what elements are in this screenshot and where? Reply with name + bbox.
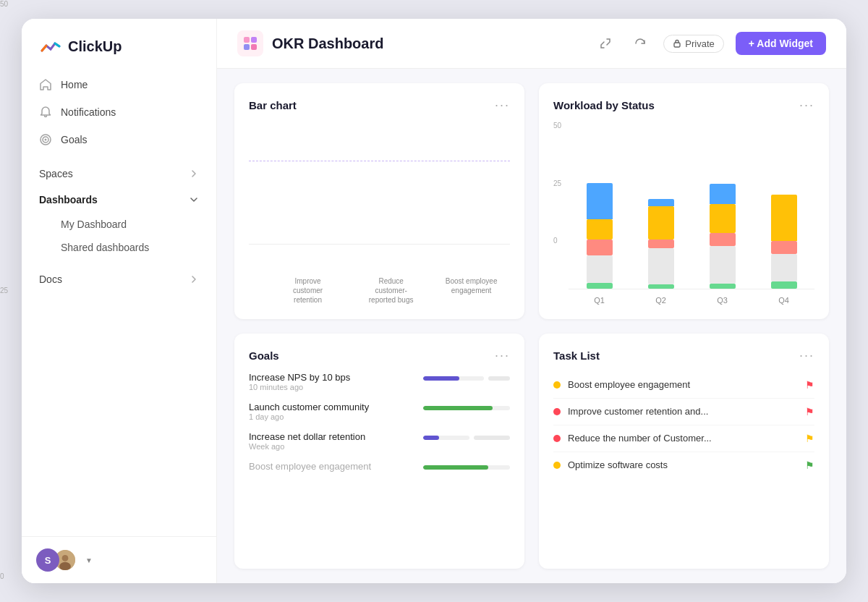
task-dot-4 bbox=[553, 462, 561, 469]
chevron-down-icon bbox=[189, 195, 199, 205]
dashboards-label: Dashboards bbox=[39, 194, 98, 205]
sidebar-item-home-label: Home bbox=[61, 79, 88, 90]
task-list: Boost employee engagement ⚑ Improve cust… bbox=[553, 372, 814, 555]
widget-workload-header: Workload by Status ··· bbox=[553, 98, 814, 113]
goal-bar-fill-4 bbox=[423, 465, 488, 470]
spaces-label: Spaces bbox=[39, 168, 73, 179]
sidebar-item-goals-label: Goals bbox=[61, 134, 88, 145]
page-title: OKR Dashboard bbox=[272, 35, 383, 52]
svg-rect-7 bbox=[251, 37, 257, 43]
add-widget-button[interactable]: + Add Widget bbox=[736, 32, 826, 55]
bar-chart-dashed-line bbox=[249, 161, 510, 161]
workload-title: Workload by Status bbox=[553, 99, 655, 111]
bar-label-3: Boost employeeengagement bbox=[446, 276, 498, 305]
task-list-menu[interactable]: ··· bbox=[799, 348, 814, 363]
goal-name-3: Increase net dollar retention bbox=[249, 431, 365, 442]
goal-name-2: Launch customer community bbox=[249, 402, 369, 412]
sidebar-item-spaces[interactable]: Spaces bbox=[30, 161, 208, 187]
task-name-4: Optimize software costs bbox=[568, 459, 668, 470]
avatar-s: S bbox=[36, 548, 59, 572]
stacked-group-q2 bbox=[645, 199, 677, 289]
sidebar-item-docs[interactable]: Docs bbox=[30, 266, 208, 292]
sidebar: ClickUp Home Notifications bbox=[22, 19, 217, 583]
task-dot-1 bbox=[553, 381, 561, 389]
chevron-right-docs-icon bbox=[189, 274, 199, 284]
task-item-1: Boost employee engagement ⚑ bbox=[553, 372, 814, 399]
sidebar-item-dashboards[interactable]: Dashboards bbox=[30, 187, 208, 213]
task-flag-1: ⚑ bbox=[805, 379, 814, 391]
task-name-1: Boost employee engagement bbox=[568, 379, 690, 390]
chevron-right-icon bbox=[189, 169, 199, 179]
sidebar-item-my-dashboard[interactable]: My Dashboard bbox=[30, 213, 208, 236]
sidebar-item-notifications[interactable]: Notifications bbox=[30, 98, 208, 126]
sidebar-footer: S ▼ bbox=[22, 536, 216, 583]
goal-time-2: 1 day ago bbox=[249, 412, 369, 421]
goal-bar-track-2 bbox=[423, 406, 510, 410]
svg-point-4 bbox=[62, 555, 69, 561]
widget-goals-header: Goals ··· bbox=[249, 348, 510, 363]
dashboard-grid-icon bbox=[242, 35, 258, 51]
bar-label-2: Reduce customer-reported bugs bbox=[362, 276, 420, 305]
topbar: OKR Dashboard bbox=[217, 19, 846, 69]
svg-rect-6 bbox=[244, 37, 250, 43]
bar-chart-body: 50 25 0 bbox=[249, 122, 510, 305]
bell-icon bbox=[39, 106, 52, 119]
task-dot-2 bbox=[553, 408, 561, 415]
task-list-title: Task List bbox=[553, 349, 600, 362]
widget-task-list: Task List ··· Boost employee engagement … bbox=[539, 334, 829, 569]
stacked-bars bbox=[569, 122, 814, 289]
q4-label: Q4 bbox=[778, 296, 789, 305]
task-flag-3: ⚑ bbox=[805, 433, 814, 444]
docs-label: Docs bbox=[39, 274, 62, 285]
widget-bar-chart-header: Bar chart ··· bbox=[249, 98, 510, 113]
goals-widget-title: Goals bbox=[249, 349, 279, 362]
goal-name-4: Boost employee engagement bbox=[249, 461, 371, 472]
dashboard-icon-box bbox=[237, 30, 263, 56]
goal-bar-track-4 bbox=[423, 465, 510, 470]
bar-chart-bars bbox=[249, 122, 510, 245]
widget-bar-chart: Bar chart ··· 50 25 0 bbox=[234, 83, 524, 319]
svg-point-2 bbox=[45, 139, 47, 141]
avatar-group[interactable]: S bbox=[36, 548, 77, 572]
svg-rect-8 bbox=[244, 44, 250, 50]
svg-rect-10 bbox=[674, 43, 680, 47]
home-icon bbox=[39, 78, 52, 91]
sidebar-item-notifications-label: Notifications bbox=[61, 106, 116, 118]
task-flag-2: ⚑ bbox=[805, 406, 814, 417]
goals-menu[interactable]: ··· bbox=[495, 348, 510, 363]
topbar-right: Private + Add Widget bbox=[594, 32, 826, 55]
task-item-4: Optimize software costs ⚑ bbox=[553, 452, 814, 478]
logo-area: ClickUp bbox=[22, 19, 216, 71]
goal-item-1: Increase NPS by 10 bps 10 minutes ago bbox=[249, 372, 510, 391]
task-flag-4: ⚑ bbox=[805, 459, 814, 471]
goal-bar-fill-2 bbox=[423, 406, 493, 410]
bar-chart-menu[interactable]: ··· bbox=[495, 98, 510, 113]
clickup-logo-icon bbox=[39, 35, 62, 58]
expand-icon-btn[interactable] bbox=[594, 32, 617, 55]
goal-name-1: Increase NPS by 10 bps bbox=[249, 372, 350, 383]
user-menu-chevron[interactable]: ▼ bbox=[85, 556, 93, 564]
q2-label: Q2 bbox=[655, 296, 666, 305]
main-content: OKR Dashboard bbox=[217, 19, 846, 583]
widget-goals: Goals ··· Increase NPS by 10 bps 10 minu… bbox=[234, 334, 524, 569]
sidebar-item-home[interactable]: Home bbox=[30, 71, 208, 98]
task-item-2: Improve customer retention and... ⚑ bbox=[553, 399, 814, 425]
q1-label: Q1 bbox=[594, 296, 605, 305]
goal-bar-track-3 bbox=[423, 436, 469, 440]
workload-menu[interactable]: ··· bbox=[799, 98, 814, 113]
goals-list: Increase NPS by 10 bps 10 minutes ago bbox=[249, 372, 510, 555]
q3-label: Q3 bbox=[717, 296, 728, 305]
task-name-3: Reduce the number of Customer... bbox=[568, 433, 712, 444]
dashboard-grid: Bar chart ··· 50 25 0 bbox=[217, 69, 846, 583]
goal-item-2: Launch customer community 1 day ago bbox=[249, 402, 510, 421]
goal-bar-fill-1 bbox=[423, 376, 459, 381]
private-badge[interactable]: Private bbox=[663, 35, 723, 53]
sidebar-item-shared-dashboards[interactable]: Shared dashboards bbox=[30, 236, 208, 259]
logo-text: ClickUp bbox=[68, 38, 122, 55]
refresh-icon-btn[interactable] bbox=[629, 32, 652, 55]
stacked-group-q1 bbox=[584, 183, 616, 289]
sidebar-item-goals[interactable]: Goals bbox=[30, 126, 208, 153]
widget-workload: Workload by Status ··· 50 25 0 bbox=[539, 83, 829, 319]
goal-bar-track-1 bbox=[423, 376, 484, 381]
bar-chart-title: Bar chart bbox=[249, 99, 297, 111]
